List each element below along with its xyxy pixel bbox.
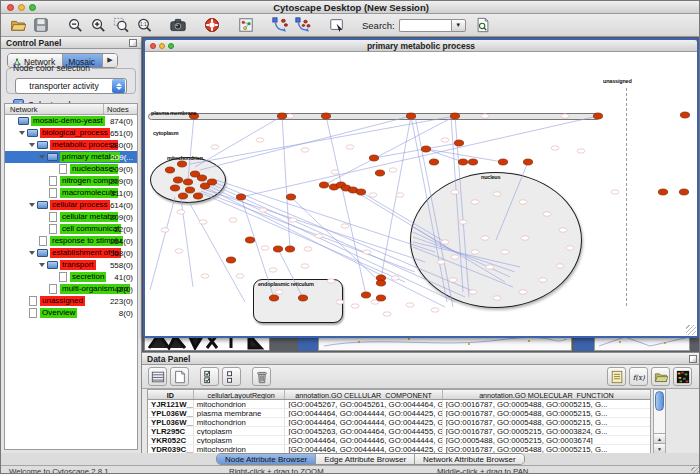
network-frame-titlebar[interactable]: primary metabolic process (145, 40, 697, 52)
tree-row[interactable]: mosaic-demo-yeast874(0) (5, 115, 137, 127)
network-label[interactable]: transport (60, 260, 96, 270)
graph-node[interactable] (356, 189, 365, 195)
graph-node[interactable] (680, 112, 689, 118)
column-header[interactable]: ID (148, 390, 194, 399)
zoom-out-icon[interactable] (66, 16, 84, 34)
tree-row[interactable]: cell communicat22(0) (5, 223, 137, 235)
tree-row[interactable]: establishment of lo558(0) (5, 247, 137, 259)
graph-node[interactable] (369, 155, 378, 161)
float-panel-icon[interactable] (689, 355, 697, 363)
layout-up-icon[interactable] (294, 16, 312, 34)
column-header[interactable]: _cellularLayoutRegion (194, 390, 286, 399)
network-label[interactable]: mosaic-demo-yeast (31, 116, 105, 126)
graph-node[interactable] (236, 194, 245, 200)
graph-node[interactable] (273, 246, 282, 252)
search-input[interactable] (399, 19, 451, 32)
graph-node[interactable] (286, 194, 295, 200)
graph-node[interactable] (173, 177, 182, 183)
heatmap-icon[interactable] (673, 367, 692, 386)
table-row[interactable]: YLR295Ccytoplasm[GO:0045263, GO:0044464,… (148, 427, 650, 436)
graph-node[interactable] (429, 159, 438, 165)
graph-node[interactable] (468, 159, 477, 165)
graph-node[interactable] (406, 113, 415, 119)
graph-node[interactable] (170, 185, 179, 191)
column-header[interactable]: annotation.GO MOLECULAR_FUNCTION (443, 390, 650, 399)
graph-node[interactable] (361, 292, 370, 298)
expand-triangle-icon[interactable] (39, 263, 45, 267)
formula-icon[interactable]: f(x) (629, 367, 648, 386)
scroll-down-icon[interactable]: ▼ (654, 443, 665, 453)
network-label[interactable]: cell communicat (60, 224, 121, 234)
graph-node[interactable] (679, 189, 688, 195)
tree-row[interactable]: cellular metabo209(0) (5, 211, 137, 223)
import-icon[interactable] (651, 367, 670, 386)
tab-network-attribute-browser[interactable]: Network Attribute Browser (415, 454, 523, 464)
network-label[interactable]: biological_process (40, 128, 110, 138)
table-row[interactable]: YPL036W__1mitochondrion[GO:0044464, GO:0… (148, 418, 650, 427)
new-attribute-icon[interactable] (170, 367, 189, 386)
scrollbar-thumb[interactable] (655, 391, 664, 411)
layout-down-icon[interactable] (271, 16, 289, 34)
graph-node[interactable] (658, 189, 667, 195)
network-canvas[interactable]: plasma membrane cytoplasm mitochondrion … (145, 52, 697, 336)
tree-row[interactable]: transport558(0) (5, 259, 137, 271)
attribute-table-icon[interactable] (148, 367, 167, 386)
network-label[interactable]: unassigned (40, 296, 85, 306)
scroll-up-icon[interactable]: ▲ (654, 433, 665, 443)
graph-node[interactable] (421, 146, 430, 152)
graph-node[interactable] (593, 113, 602, 119)
tree-row[interactable]: response to stimulu264(0) (5, 235, 137, 247)
graph-node[interactable] (185, 187, 194, 193)
unselect-attributes-icon[interactable] (222, 367, 241, 386)
graph-node[interactable] (454, 140, 463, 146)
graph-node[interactable] (178, 193, 187, 199)
graph-node[interactable] (165, 167, 174, 173)
tree-row[interactable]: Overview8(0) (5, 307, 137, 319)
expand-triangle-icon[interactable] (29, 251, 35, 255)
vizmapper-icon[interactable] (237, 16, 255, 34)
graph-node[interactable] (226, 257, 235, 263)
network-label[interactable]: cellular process (50, 200, 110, 210)
help-icon[interactable] (203, 16, 221, 34)
graph-node[interactable] (319, 182, 328, 188)
zoom-in-icon[interactable] (89, 16, 107, 34)
table-row[interactable]: YKR052Ccytoplasm[GO:0044464, GO:0044446,… (148, 436, 650, 445)
tree-row[interactable]: metabolic process280(0) (5, 139, 137, 151)
tree-row[interactable]: unassigned223(0) (5, 295, 137, 307)
float-panel-icon[interactable] (129, 39, 137, 47)
graph-node[interactable] (193, 193, 202, 199)
expand-triangle-icon[interactable] (29, 143, 35, 147)
zoom-fit-icon[interactable]: 1:1 (135, 16, 153, 34)
graph-node[interactable] (277, 113, 286, 119)
open-icon[interactable] (9, 16, 27, 34)
graph-node[interactable] (207, 179, 216, 185)
tree-row[interactable]: secretion41(0) (5, 271, 137, 283)
tree-row[interactable]: biological_process651(0) (5, 127, 137, 139)
graph-node[interactable] (376, 280, 385, 286)
graph-node[interactable] (450, 113, 459, 119)
graph-node[interactable] (376, 295, 385, 301)
network-label[interactable]: Overview (40, 308, 77, 318)
tab-node-attribute-browser[interactable]: Node Attribute Browser (217, 454, 316, 464)
graph-node[interactable] (269, 295, 278, 301)
annotation-icon[interactable] (328, 16, 346, 34)
tab-edge-attribute-browser[interactable]: Edge Attribute Browser (316, 454, 415, 464)
network-label[interactable]: secretion (70, 272, 106, 282)
graph-node[interactable] (285, 246, 294, 252)
frame-resize-grip[interactable] (686, 325, 696, 335)
graph-node[interactable] (375, 170, 384, 176)
tree-row[interactable]: primary metabo209(... (5, 151, 137, 163)
network-label[interactable]: metabolic process (50, 140, 118, 150)
search-dropdown-button[interactable]: ▼ (451, 19, 466, 32)
graph-node[interactable] (298, 295, 307, 301)
tree-row[interactable]: nucleobase-209(0) (5, 163, 137, 175)
tree-row[interactable]: macromolecule311(0) (5, 187, 137, 199)
window-resize-grip[interactable] (691, 467, 700, 474)
graph-node[interactable] (197, 175, 206, 181)
notes-icon[interactable] (607, 367, 626, 386)
node-color-select[interactable]: transporter activity (15, 78, 127, 94)
tree-row[interactable]: nitrogen compo209(0) (5, 175, 137, 187)
graph-node[interactable] (321, 113, 330, 119)
graph-node[interactable] (498, 159, 507, 165)
graph-node[interactable] (245, 237, 254, 243)
